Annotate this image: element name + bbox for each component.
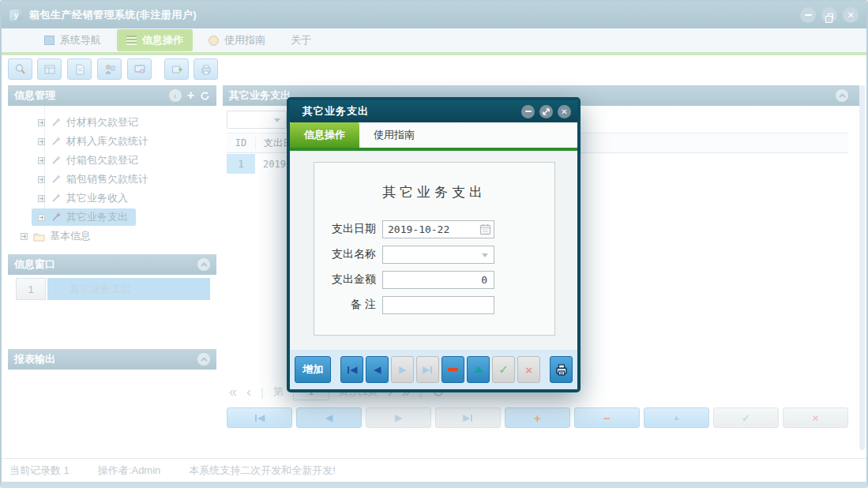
expense-date-input[interactable] xyxy=(383,221,494,238)
dialog-last-button[interactable]: ▶ xyxy=(416,356,439,383)
expense-date-field[interactable] xyxy=(382,220,494,238)
table-view-button[interactable] xyxy=(37,58,62,80)
tab-user-guide[interactable]: 使用指南 xyxy=(199,29,275,51)
info-window-title: 信息窗口 xyxy=(14,257,55,272)
collapse-up-icon[interactable] xyxy=(197,258,210,271)
tree-item[interactable]: 付箱包欠款登记 xyxy=(8,151,216,170)
tab-system-nav[interactable]: 系统导航 xyxy=(35,29,111,51)
square-icon xyxy=(44,36,54,45)
dialog-edit-button[interactable] xyxy=(467,356,490,383)
monitor-button[interactable] xyxy=(127,58,152,80)
nav-insert-button[interactable]: + xyxy=(505,407,570,428)
form-row-name: 支出名称 xyxy=(314,245,554,264)
document-button[interactable] xyxy=(67,58,92,80)
restore-button[interactable] xyxy=(821,7,837,23)
calendar-icon[interactable] xyxy=(479,223,491,235)
expand-icon[interactable] xyxy=(38,119,45,126)
refresh-icon[interactable] xyxy=(200,91,210,101)
print-button[interactable] xyxy=(194,58,218,80)
dialog-first-button[interactable]: ◀ xyxy=(340,356,363,383)
dialog-resize-button[interactable] xyxy=(539,105,553,118)
page-prev-button[interactable]: ‹ xyxy=(246,384,251,400)
nav-next-button[interactable]: ▶ xyxy=(366,407,431,428)
export-button[interactable] xyxy=(164,58,189,80)
field-label: 支出名称 xyxy=(314,247,382,261)
dialog-post-button[interactable]: ✓ xyxy=(492,356,515,383)
expand-icon[interactable] xyxy=(38,214,45,221)
tree-item-selected[interactable]: 其它业务支出 xyxy=(8,208,216,227)
dialog-minimize-button[interactable] xyxy=(521,105,535,118)
info-mgmt-tree: 付材料欠款登记 材料入库欠款统计 付箱包欠款登记 箱包销售欠款统计 其它业务收入 xyxy=(8,106,216,248)
info-window-row[interactable]: 1 其它业务支出 xyxy=(16,278,216,300)
tree-item-folder[interactable]: 基本信息 xyxy=(8,227,216,246)
dialog-green-rule xyxy=(290,148,577,151)
user-button[interactable] xyxy=(97,58,122,80)
dialog-close-button[interactable]: ✕ xyxy=(558,105,571,118)
field-label: 支出金额 xyxy=(314,272,382,287)
record-nav-row: ◀ ◀ ▶ ▶ + − ▲ ✓ × xyxy=(227,407,848,428)
dialog-cancel-button[interactable]: × xyxy=(517,356,540,383)
report-output-header: 报表输出 xyxy=(8,349,216,370)
add-button[interactable]: 增加 xyxy=(295,356,331,383)
dialog-tab-user-guide[interactable]: 使用指南 xyxy=(359,122,429,148)
expense-name-value[interactable] xyxy=(383,246,494,263)
tree-item-label: 箱包销售欠款统计 xyxy=(66,172,148,186)
statusbar: 当前记录数 1 操作者:Admin 本系统支持二次开发和全新开发! xyxy=(2,458,866,482)
window-title: 箱包生产经销管理系统(非注册用户) xyxy=(29,8,197,22)
tree-item[interactable]: 箱包销售欠款统计 xyxy=(8,170,216,189)
expense-amount-field[interactable] xyxy=(382,271,494,289)
dialog-tabbar: 信息操作 使用指南 xyxy=(290,122,577,148)
collapse-up-icon[interactable] xyxy=(197,353,210,366)
expense-filter-combo[interactable] xyxy=(227,111,287,129)
form-title: 其它业务支出 xyxy=(314,183,554,201)
dialog-delete-button[interactable] xyxy=(442,356,464,383)
form-row-date: 支出日期 xyxy=(314,220,554,238)
dialog-next-button[interactable]: ▶ xyxy=(391,356,414,383)
remark-field[interactable] xyxy=(382,296,494,314)
expense-form: 其它业务支出 支出日期 支出名称 支出金额 备 注 xyxy=(314,162,555,336)
remark-input[interactable] xyxy=(383,297,494,313)
expand-icon[interactable] xyxy=(38,157,45,164)
info-mgmt-header: 信息管理 ‹ + xyxy=(8,85,216,106)
dialog-toolbar: 增加 ◀ ◀ ▶ ▶ ✓ × xyxy=(290,350,577,389)
search-button[interactable] xyxy=(8,58,32,80)
nav-edit-button[interactable]: ▲ xyxy=(644,407,709,428)
expense-amount-input[interactable] xyxy=(383,272,494,288)
folder-icon xyxy=(33,231,45,242)
nav-first-button[interactable]: ◀ xyxy=(227,407,292,428)
expand-icon[interactable] xyxy=(38,195,45,202)
nav-last-button[interactable]: ▶ xyxy=(435,407,501,428)
dialog-tab-info-operation[interactable]: 信息操作 xyxy=(290,122,359,148)
collapse-up-icon[interactable] xyxy=(836,89,848,102)
plus-icon[interactable]: + xyxy=(187,90,194,101)
expense-name-select[interactable] xyxy=(382,246,494,264)
expand-icon[interactable] xyxy=(38,138,45,145)
minimize-button[interactable] xyxy=(800,7,816,23)
close-button[interactable]: ✕ xyxy=(843,7,859,23)
tree-item[interactable]: 付材料欠款登记 xyxy=(8,113,216,132)
tree-item-label: 基本信息 xyxy=(50,229,91,243)
expand-icon[interactable] xyxy=(21,233,28,240)
tree-item-label: 付箱包欠款登记 xyxy=(66,153,138,167)
tree-item[interactable]: 其它业务收入 xyxy=(8,189,216,208)
cell-id: 1 xyxy=(227,154,255,174)
tab-about[interactable]: 关于 xyxy=(281,29,321,51)
dialog-titlebar: 其它业务支出 ✕ xyxy=(290,100,577,122)
sidebar: 信息管理 ‹ + 付材料欠款登记 材料入库欠款统计 付箱包欠款登记 xyxy=(8,85,216,452)
expense-dialog: 其它业务支出 ✕ 信息操作 使用指南 其它业务支出 支出日期 支出名称 xyxy=(287,97,581,392)
column-id[interactable]: ID xyxy=(227,137,255,148)
dialog-prior-button[interactable]: ◀ xyxy=(366,356,389,383)
scrollbar[interactable] xyxy=(859,85,865,450)
nav-prior-button[interactable]: ◀ xyxy=(296,407,362,428)
expand-icon[interactable] xyxy=(38,176,45,183)
wand-icon xyxy=(51,174,62,185)
dialog-print-button[interactable] xyxy=(550,356,573,383)
nav-cancel-button[interactable]: × xyxy=(783,407,848,428)
tab-info-operation[interactable]: 信息操作 xyxy=(117,29,193,51)
page-first-button[interactable]: « xyxy=(229,384,237,400)
tree-item[interactable]: 材料入库欠款统计 xyxy=(8,132,216,151)
nav-delete-button[interactable]: − xyxy=(574,407,640,428)
collapse-left-icon[interactable]: ‹ xyxy=(169,89,182,102)
nav-post-button[interactable]: ✓ xyxy=(713,407,779,428)
printer-icon xyxy=(554,362,569,377)
